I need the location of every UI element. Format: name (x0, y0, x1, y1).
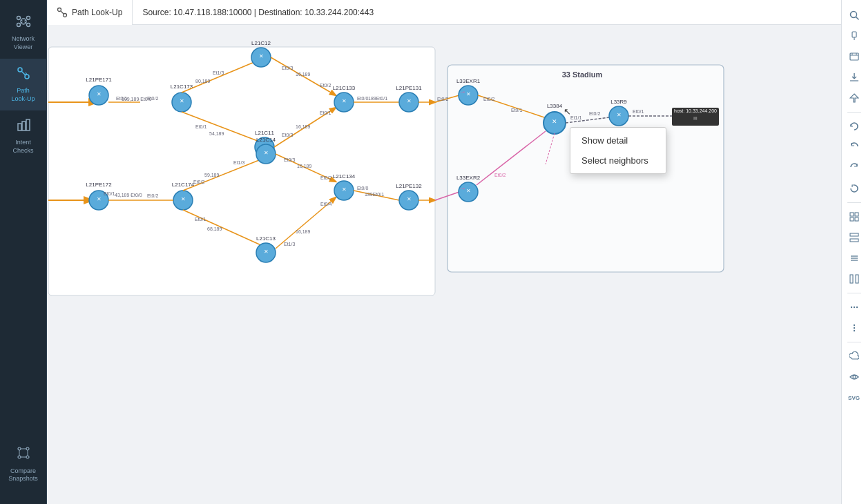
layout1-icon (849, 212, 859, 222)
svg-button[interactable]: SVG (845, 388, 864, 407)
intent-checks-icon (16, 117, 31, 137)
context-menu-show-detail[interactable]: Show detail (570, 130, 666, 151)
svg-point-10 (25, 75, 29, 79)
path-lookup-btn-icon (57, 7, 68, 18)
svg-text:✕: ✕ (264, 249, 269, 255)
export-icon (849, 72, 859, 82)
router-l33r9[interactable]: ✕ L33R9 (609, 99, 628, 126)
compare-snapshots-icon (16, 445, 31, 465)
svg-text:✕: ✕ (181, 196, 186, 202)
svg-text:✕: ✕ (466, 91, 471, 97)
edge-label: 54,189 (209, 131, 224, 136)
right-toolbar: SVG (841, 0, 866, 504)
refresh-button[interactable] (845, 117, 864, 136)
edge-label: Et0/0 (357, 96, 368, 101)
canvas-area: ✕ L21PE171 Et0/1 109,189·Et0/0 ✕ L21C173… (47, 25, 841, 504)
svg-rect-76 (852, 32, 856, 37)
main-network-box (48, 47, 435, 295)
redo-button[interactable] (845, 158, 864, 177)
svg-point-1 (17, 17, 20, 20)
dots-h-button[interactable] (845, 298, 864, 317)
svg-point-15 (18, 447, 21, 450)
snapshot-button[interactable] (845, 47, 864, 66)
refresh-icon (849, 122, 859, 131)
svg-point-3 (17, 23, 20, 27)
edge-label: 68,189 (207, 226, 222, 231)
pin-button[interactable] (845, 26, 864, 46)
svg-point-2 (26, 17, 30, 20)
svg-rect-86 (850, 217, 854, 221)
router-l21c133[interactable]: ✕ L21C133 (333, 85, 356, 112)
edge-label: Et0/2 (147, 96, 158, 101)
path-lookup-label: Path Look-Up (11, 87, 35, 103)
svg-point-98 (853, 324, 854, 326)
edge-label: Et0/0 (357, 186, 368, 191)
svg-text:✕: ✕ (342, 186, 347, 193)
arrow-indicator: → (459, 184, 466, 192)
svg-point-23 (58, 8, 61, 11)
svg-text:L33R9: L33R9 (610, 99, 627, 105)
sidebar-item-path-lookup[interactable]: Path Look-Up (0, 59, 46, 110)
context-menu-select-neighbors[interactable]: Select neighbors (570, 151, 666, 171)
svg-rect-89 (850, 239, 858, 242)
svg-rect-85 (855, 213, 858, 216)
network-viewer-label: Network Viewer (12, 35, 35, 51)
svg-text:L21PE131: L21PE131 (396, 85, 422, 91)
share-icon (849, 93, 859, 103)
svg-text:L33EXR2: L33EXR2 (456, 175, 481, 181)
svg-text:L21C12: L21C12 (251, 40, 271, 46)
sidebar-item-compare-snapshots[interactable]: Compare Snapshots (0, 438, 46, 490)
export-button[interactable] (845, 68, 864, 87)
svg-line-25 (61, 11, 64, 14)
edge-label: Et0/1 (195, 217, 206, 222)
svg-text:✕: ✕ (264, 150, 269, 156)
svg-rect-94 (856, 275, 858, 283)
path-lookup-icon (16, 66, 31, 85)
svg-text:L21C134: L21C134 (333, 173, 356, 180)
toolbar-divider-2 (847, 202, 861, 203)
svg-rect-13 (22, 122, 26, 130)
layout1-button[interactable] (845, 207, 864, 226)
reload-button[interactable] (845, 179, 864, 198)
cloud-button[interactable] (845, 347, 864, 366)
svg-point-97 (856, 307, 857, 308)
sidebar-item-intent-checks[interactable]: Intent Checks (0, 110, 46, 162)
undo-button[interactable] (845, 137, 864, 157)
sidebar-item-network-viewer[interactable]: Network Viewer (0, 7, 46, 59)
router-l21c14[interactable]: ✕ L21C14 (256, 137, 276, 164)
router-l21c134[interactable]: ✕ L21C134 (333, 173, 356, 200)
intent-checks-label: Intent Checks (12, 139, 33, 155)
main-content: Path Look-Up Source: 10.47.118.188:10000… (47, 0, 841, 504)
svg-point-100 (853, 330, 854, 331)
search-button[interactable] (845, 6, 864, 25)
svg-text:L21C13: L21C13 (256, 235, 276, 242)
edge-label: Et0/1 (195, 124, 206, 129)
dots-h-icon (849, 302, 859, 312)
svg-text:✕: ✕ (180, 98, 184, 104)
sidebar: Network Viewer Path Look-Up Intent Check… (0, 0, 47, 504)
router-l21c13[interactable]: ✕ L21C13 (256, 235, 276, 262)
router-l21c173[interactable]: ✕ L21C173 (171, 84, 193, 112)
share-button[interactable] (845, 88, 864, 108)
eye-button[interactable] (845, 367, 864, 387)
layout4-button[interactable] (845, 269, 864, 289)
cloud-icon (849, 351, 859, 361)
router-l21c12[interactable]: ✕ L21C12 (251, 40, 271, 67)
svg-text:✕: ✕ (97, 196, 102, 202)
svg-text:L33EXR1: L33EXR1 (456, 78, 481, 84)
layout3-button[interactable] (845, 249, 864, 268)
svg-text:✕: ✕ (466, 188, 471, 194)
path-lookup-button[interactable]: Path Look-Up (47, 0, 133, 25)
host-sublabel: ▤ (693, 116, 697, 120)
edge-label: Et1/3 (213, 70, 224, 75)
svg-text:L3384: L3384 (547, 103, 563, 109)
edge-label: 189Et0/1 (365, 192, 384, 197)
layout2-button[interactable] (845, 228, 864, 247)
router-l21c174[interactable]: ✕ L21C174 (172, 182, 195, 210)
svg-text:✕: ✕ (342, 98, 347, 104)
dots-v-button[interactable] (845, 318, 864, 338)
network-diagram: ✕ L21PE171 Et0/1 109,189·Et0/0 ✕ L21C173… (47, 25, 841, 504)
layout4-icon (849, 274, 859, 284)
context-menu: Show detail Select neighbors (570, 127, 666, 174)
edge-label: 80,189 (195, 79, 211, 84)
